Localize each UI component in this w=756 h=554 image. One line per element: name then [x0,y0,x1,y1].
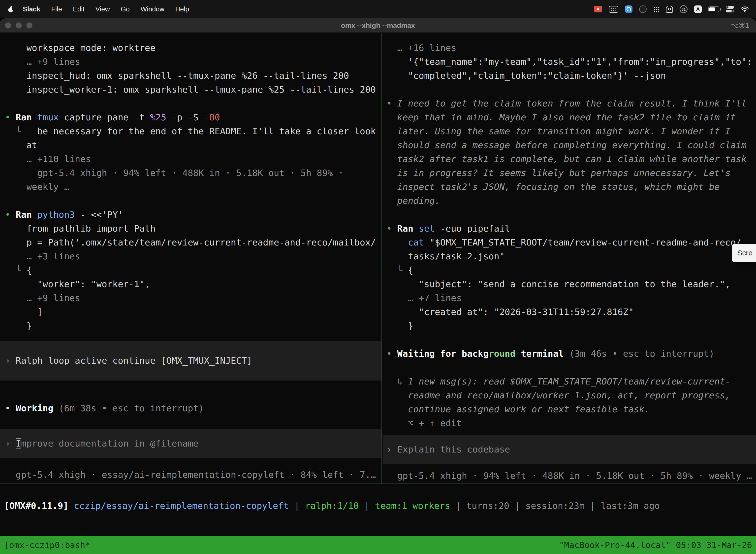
tmux-session-info: [omx-cczip0:bash* [4,538,90,552]
terminal-line: › Ralph loop active continue [OMX_TMUX_I… [5,354,381,368]
menu-bar-menus: FileEditViewGoWindowHelp [46,5,195,13]
terminal-window: omx --xhigh --madmax ⌥⌘1 workspace_mode:… [0,18,756,554]
menu-bar-status-icons: 61A [594,5,749,13]
terminal-line: … +110 lines [5,152,381,166]
terminal-line: at [5,138,381,152]
output-block: • I need to get the claim token from the… [386,97,756,208]
terminal-line: gpt-5.4 xhigh · essay/ai-reimplementatio… [5,468,381,482]
right-pane: … +16 lines'{"team_name":"my-team","task… [383,33,756,484]
minimize-button[interactable] [16,22,22,29]
output-block: ↳ 1 new msg(s): read $OMX_TEAM_STATE_ROO… [386,375,756,430]
output-block: • Ran python3 - <<'PY'from pathlib impor… [5,208,381,333]
terminal-line: • I need to get the claim token from the… [386,97,756,110]
terminal-line: keep that in mind. Maybe I also need the… [386,110,756,124]
terminal-line: ⌥ + ↑ edit [386,416,756,430]
terminal-line: └ { [5,263,381,277]
omx-status-line: [OMX#0.11.9] cczip/essay/ai-reimplementa… [4,499,660,513]
terminal-line: inspect_worker-1: omx sparkshell --tmux-… [5,82,381,97]
apps-grid-icon[interactable] [653,6,659,12]
terminal-line: "worker": "worker-1", [5,277,381,291]
output-block: gpt-5.4 xhigh · 94% left · 488K in · 5.1… [386,469,756,483]
input-source-icon[interactable]: A [694,5,702,13]
terminal-line: cat "$OMX_TEAM_STATE_ROOT/team/review-cu… [386,235,756,250]
terminal-line: weekly … [5,180,381,194]
output-block: workspace_mode: worktree… +9 linesinspec… [5,41,381,97]
wifi-icon[interactable] [741,6,749,12]
terminal-line: p = Path('.omx/state/team/review-current… [5,235,381,250]
screen-recording-icon[interactable] [594,6,602,12]
traffic-lights [0,22,33,29]
terminal-line: } [386,319,756,333]
control-center-icon[interactable] [726,6,734,12]
prompt-input-box[interactable]: › Improve documentation in @filename [0,429,381,458]
apple-menu-icon[interactable] [7,5,17,13]
terminal-line: gpt-5.4 xhigh · 94% left · 488K in · 5.1… [5,166,381,180]
terminal-line: • Ran python3 - <<'PY' [5,208,381,222]
terminal-line: › Explain this codebase [386,443,756,456]
ghostty-icon[interactable] [666,6,673,13]
prompt-input-box[interactable]: › Ralph loop active continue [OMX_TMUX_I… [0,341,381,381]
terminal-line: from pathlib import Path [5,222,381,235]
terminal-line: inspect_hud: omx sparkshell --tmux-pane … [5,69,381,82]
pane-divider[interactable] [381,33,382,484]
terminal-line: task2 after task1 is complete, but can I… [386,152,756,166]
terminal-line: └ be necessary for the end of the README… [5,124,381,138]
terminal-line: ↳ 1 new msg(s): read $OMX_TEAM_STATE_ROO… [386,375,756,388]
menu-edit[interactable]: Edit [67,5,90,13]
terminal-line: should send a message before completing … [386,138,756,152]
blue-app-icon[interactable] [625,5,632,13]
terminal-line: ] [5,305,381,319]
left-pane: workspace_mode: worktree… +9 linesinspec… [0,33,381,484]
terminal-line: … +7 lines [386,291,756,305]
pane-bottom-border [0,484,756,484]
terminal-line: • Waiting for background terminal (3m 46… [386,347,756,361]
terminal-line: continue assigned work or next feasible … [386,402,756,416]
terminal-line: pending. [386,194,756,208]
menu-bar: Slack FileEditViewGoWindowHelp 61A [0,0,756,18]
terminal-line: … +3 lines [5,250,381,263]
window-shortcut-hint: ⌥⌘1 [731,21,756,29]
terminal-line: "created_at": "2026-03-31T11:59:27.816Z" [386,305,756,319]
output-block: • Waiting for background terminal (3m 46… [386,347,756,361]
terminal-line: … +16 lines [386,41,756,55]
terminal-line: └ { [386,263,756,277]
output-block: • Working (6m 38s • esc to interrupt) [5,401,381,415]
terminal-line: … +9 lines [5,291,381,305]
terminal-line: "subject": "send a concise recommendatio… [386,277,756,291]
menu-file[interactable]: File [46,5,68,13]
terminal-line: tasks/task-2.json" [386,250,756,263]
tmux-status-bar: [omx-cczip0:bash* "MacBook-Pro-44.local"… [0,536,756,554]
zoom-button[interactable] [26,22,33,29]
output-block: • Ran tmux capture-pane -t %25 -p -S -80… [5,110,381,194]
terminal-line: • Working (6m 38s • esc to interrupt) [5,401,381,415]
menu-window[interactable]: Window [135,5,170,13]
terminal-line: is in progress? It seems likely but perh… [386,166,756,180]
keyboard-icon[interactable] [609,6,618,13]
output-block: gpt-5.4 xhigh · essay/ai-reimplementatio… [5,468,381,482]
tmux-host-time: "MacBook-Pro-44.local" 05:03 31-Mar-26 [559,538,752,552]
terminal-line: … +9 lines [5,55,381,69]
menu-app-name[interactable]: Slack [17,5,46,13]
output-block: • Ran set -euo pipefailcat "$OMX_TEAM_ST… [386,222,756,333]
title-bar[interactable]: omx --xhigh --madmax ⌥⌘1 [0,18,756,33]
terminal-line: "completed","claim_token":"claim-token"}… [386,69,756,82]
terminal-line: } [5,319,381,333]
terminal-line: › Improve documentation in @filename [5,437,381,450]
window-title: omx --xhigh --madmax [0,21,756,30]
screenshot-preview-tooltip[interactable]: Scre [732,244,756,262]
prompt-input-box[interactable]: › Explain this codebase [383,435,756,464]
battery-charging-icon[interactable] [708,6,719,12]
terminal-content: workspace_mode: worktree… +9 linesinspec… [0,33,756,554]
terminal-line: inspect task2's JSON, focusing on the st… [386,180,756,194]
terminal-line: '{"team_name":"my-team","task_id":"1","f… [386,55,756,69]
menu-go[interactable]: Go [115,5,135,13]
terminal-line: • Ran tmux capture-pane -t %25 -p -S -80 [5,110,381,124]
close-button[interactable] [5,22,11,29]
terminal-line: readme-and-reco/mailbox/worker-1.json, a… [386,388,756,402]
terminal-line: later. Using the same for transition mig… [386,124,756,138]
terminal-line: • Ran set -euo pipefail [386,222,756,235]
battery-gauge-icon[interactable]: 61 [680,5,688,13]
dark-app-icon[interactable] [639,5,647,13]
menu-help[interactable]: Help [170,5,195,13]
menu-view[interactable]: View [90,5,115,13]
